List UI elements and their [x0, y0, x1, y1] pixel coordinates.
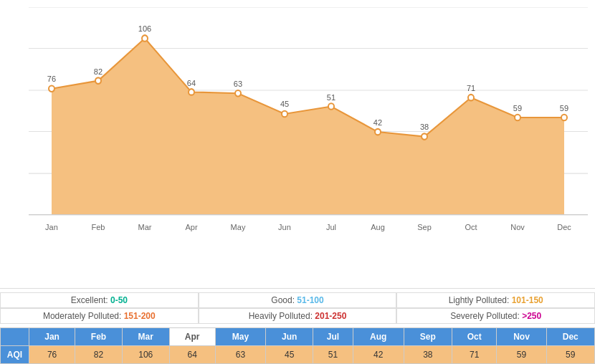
table-value-oct: 71 — [452, 346, 497, 364]
svg-text:106: 106 — [138, 24, 151, 33]
svg-text:Jul: Jul — [326, 223, 336, 231]
table-header-jun: Jun — [266, 328, 313, 346]
legend-excellent-label: Excellent: — [71, 295, 110, 305]
svg-text:42: 42 — [373, 118, 382, 127]
svg-point-31 — [468, 95, 474, 101]
table-header-row: Jan Feb Mar Apr May Jun Jul Aug Sep Oct … — [1, 328, 595, 346]
svg-text:Apr: Apr — [185, 223, 197, 231]
table-header-jan: Jan — [29, 328, 75, 346]
table-aqi-label: AQI — [1, 346, 29, 364]
table-header-aug: Aug — [353, 328, 404, 346]
legend-severely: Severely Polluted: >250 — [396, 308, 595, 324]
chart-svg: 125 100 75 50 25 0 76 82 106 — [29, 7, 588, 267]
legend-good-label: Good: — [271, 295, 297, 305]
svg-text:64: 64 — [187, 78, 196, 87]
svg-text:Mar: Mar — [138, 223, 152, 231]
svg-text:Sep: Sep — [417, 223, 432, 231]
data-table: Jan Feb Mar Apr May Jun Jul Aug Sep Oct … — [0, 327, 595, 364]
table-header-oct: Oct — [452, 328, 497, 346]
legend-lightly-value: 101-150 — [512, 295, 543, 305]
legend-lightly-label: Lightly Polluted: — [449, 295, 512, 305]
svg-text:May: May — [231, 223, 246, 231]
chart-area: 125 100 75 50 25 0 76 82 106 — [0, 0, 595, 288]
legend-good: Good: 51-100 — [199, 292, 397, 308]
svg-text:Jun: Jun — [278, 223, 291, 231]
svg-text:59: 59 — [513, 103, 522, 112]
svg-point-13 — [49, 85, 54, 92]
svg-point-27 — [375, 129, 381, 135]
svg-point-33 — [515, 115, 520, 121]
svg-point-15 — [95, 77, 101, 84]
table-header-dec: Dec — [546, 328, 594, 346]
svg-text:63: 63 — [234, 79, 242, 87]
svg-point-23 — [282, 111, 287, 118]
table-header-nov: Nov — [497, 328, 546, 346]
svg-text:38: 38 — [420, 123, 429, 131]
table-header-jul: Jul — [313, 328, 353, 346]
svg-text:Dec: Dec — [557, 223, 571, 231]
svg-point-17 — [142, 35, 148, 42]
table-value-may: 63 — [215, 346, 266, 364]
table-aqi-header — [1, 328, 29, 346]
table-value-aug: 42 — [353, 346, 404, 364]
table-header-sep: Sep — [404, 328, 452, 346]
svg-text:45: 45 — [280, 100, 289, 108]
legend-heavily-value: 201-250 — [315, 311, 346, 321]
svg-text:Nov: Nov — [510, 223, 525, 231]
svg-point-25 — [328, 103, 334, 110]
legend-heavily-label: Heavily Polluted: — [249, 311, 315, 321]
svg-point-19 — [189, 89, 194, 95]
legend-excellent-value: 0-50 — [110, 295, 128, 305]
legend-section: Excellent: 0-50 Good: 51-100 Lightly Pol… — [0, 288, 595, 327]
svg-text:59: 59 — [560, 103, 568, 112]
svg-text:Jan: Jan — [45, 223, 58, 231]
table-value-sep: 38 — [404, 346, 452, 364]
svg-marker-12 — [52, 38, 564, 214]
legend-moderately-label: Moderately Polluted: — [43, 311, 124, 321]
table-header-apr: Apr — [169, 328, 215, 346]
svg-text:Feb: Feb — [92, 223, 105, 231]
svg-text:82: 82 — [94, 67, 103, 75]
legend-heavily: Heavily Polluted: 201-250 — [199, 308, 397, 324]
svg-text:71: 71 — [467, 84, 475, 92]
svg-point-29 — [422, 133, 427, 140]
chart-container: 125 100 75 50 25 0 76 82 106 — [0, 0, 595, 364]
svg-text:Aug: Aug — [371, 223, 385, 231]
svg-point-21 — [235, 90, 241, 97]
table-value-jul: 51 — [313, 346, 353, 364]
table-value-nov: 59 — [497, 346, 546, 364]
legend-severely-value: >250 — [522, 311, 541, 321]
svg-text:Oct: Oct — [465, 223, 477, 231]
table-value-dec: 59 — [546, 346, 594, 364]
legend-moderately: Moderately Polluted: 151-200 — [0, 308, 199, 324]
legend-row-1: Excellent: 0-50 Good: 51-100 Lightly Pol… — [0, 292, 595, 308]
table-value-apr: 64 — [169, 346, 215, 364]
legend-row-2: Moderately Polluted: 151-200 Heavily Pol… — [0, 308, 595, 324]
svg-text:51: 51 — [327, 93, 335, 102]
svg-text:76: 76 — [47, 75, 56, 83]
legend-severely-label: Severely Polluted: — [450, 311, 522, 321]
legend-good-value: 51-100 — [297, 295, 323, 305]
table-header-mar: Mar — [122, 328, 169, 346]
table-values-row: AQI 76 82 106 64 63 45 51 42 38 71 59 59 — [1, 346, 595, 364]
table-header-may: May — [215, 328, 266, 346]
legend-excellent: Excellent: 0-50 — [0, 292, 199, 308]
table-value-mar: 106 — [122, 346, 169, 364]
table-value-jan: 76 — [29, 346, 75, 364]
table-value-jun: 45 — [266, 346, 313, 364]
legend-lightly: Lightly Polluted: 101-150 — [396, 292, 595, 308]
table-value-feb: 82 — [75, 346, 123, 364]
legend-moderately-value: 151-200 — [124, 311, 156, 321]
table-header-feb: Feb — [75, 328, 123, 346]
svg-point-35 — [561, 115, 567, 121]
